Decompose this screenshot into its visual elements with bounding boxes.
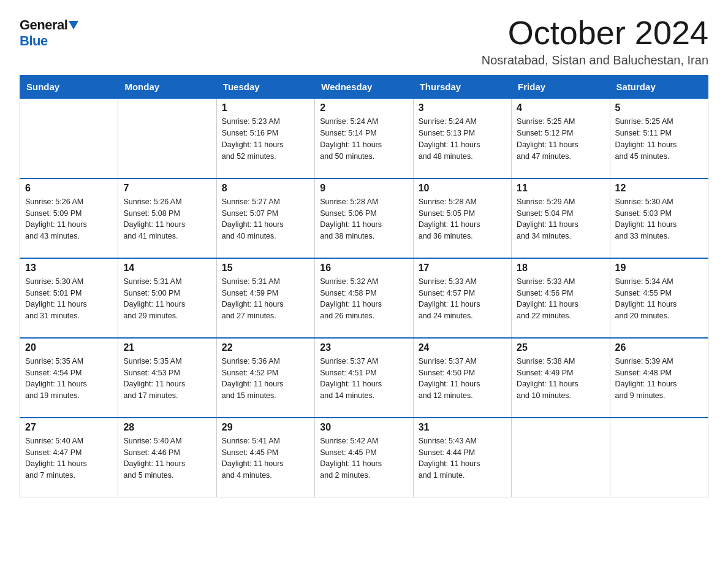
day-number: 14 (123, 262, 211, 274)
day-info: Sunrise: 5:32 AMSunset: 4:58 PMDaylight:… (320, 276, 408, 322)
day-number: 7 (123, 183, 211, 194)
day-number: 22 (222, 342, 309, 353)
calendar-week-row: 27Sunrise: 5:40 AMSunset: 4:47 PMDayligh… (20, 418, 708, 497)
calendar-cell: 12Sunrise: 5:30 AMSunset: 5:03 PMDayligh… (610, 178, 708, 258)
day-info: Sunrise: 5:26 AMSunset: 5:08 PMDaylight:… (123, 196, 211, 242)
logo-triangle-icon (69, 21, 78, 29)
calendar-cell: 2Sunrise: 5:24 AMSunset: 5:14 PMDaylight… (315, 99, 413, 178)
day-number: 27 (25, 422, 113, 433)
day-info: Sunrise: 5:30 AMSunset: 5:01 PMDaylight:… (25, 276, 113, 322)
calendar-cell: 25Sunrise: 5:38 AMSunset: 4:49 PMDayligh… (512, 338, 610, 418)
day-info: Sunrise: 5:24 AMSunset: 5:14 PMDaylight:… (320, 116, 408, 162)
calendar-cell: 6Sunrise: 5:26 AMSunset: 5:09 PMDaylight… (20, 178, 118, 258)
logo: General Blue (20, 15, 78, 49)
calendar-cell: 15Sunrise: 5:31 AMSunset: 4:59 PMDayligh… (216, 258, 314, 338)
day-number: 31 (419, 422, 506, 433)
day-info: Sunrise: 5:36 AMSunset: 4:52 PMDaylight:… (222, 356, 309, 402)
day-number: 19 (615, 262, 703, 274)
weekday-header-row: SundayMondayTuesdayWednesdayThursdayFrid… (20, 75, 708, 99)
calendar-cell: 17Sunrise: 5:33 AMSunset: 4:57 PMDayligh… (413, 258, 511, 338)
weekday-header-friday: Friday (512, 75, 610, 99)
logo-blue-text: Blue (20, 33, 48, 49)
day-number: 3 (419, 102, 506, 113)
location-title: Nosratabad, Sistan and Baluchestan, Iran (482, 53, 708, 67)
day-info: Sunrise: 5:26 AMSunset: 5:09 PMDaylight:… (25, 196, 113, 242)
day-number: 30 (320, 422, 408, 433)
day-number: 18 (517, 262, 604, 274)
day-number: 24 (419, 342, 506, 353)
day-number: 23 (320, 342, 408, 353)
day-info: Sunrise: 5:41 AMSunset: 4:45 PMDaylight:… (222, 435, 309, 481)
calendar-cell (610, 418, 708, 497)
day-number: 29 (222, 422, 309, 433)
day-info: Sunrise: 5:23 AMSunset: 5:16 PMDaylight:… (222, 116, 309, 162)
calendar-cell: 29Sunrise: 5:41 AMSunset: 4:45 PMDayligh… (216, 418, 314, 497)
calendar-week-row: 20Sunrise: 5:35 AMSunset: 4:54 PMDayligh… (20, 338, 708, 418)
day-number: 11 (517, 183, 604, 194)
day-info: Sunrise: 5:35 AMSunset: 4:54 PMDaylight:… (25, 356, 113, 402)
calendar-cell: 16Sunrise: 5:32 AMSunset: 4:58 PMDayligh… (315, 258, 413, 338)
day-number: 1 (222, 102, 309, 113)
day-info: Sunrise: 5:38 AMSunset: 4:49 PMDaylight:… (517, 356, 604, 402)
day-info: Sunrise: 5:28 AMSunset: 5:05 PMDaylight:… (419, 196, 506, 242)
day-info: Sunrise: 5:35 AMSunset: 4:53 PMDaylight:… (123, 356, 211, 402)
calendar-cell: 1Sunrise: 5:23 AMSunset: 5:16 PMDaylight… (216, 99, 314, 178)
day-number: 5 (615, 102, 703, 113)
day-number: 26 (615, 342, 703, 353)
weekday-header-sunday: Sunday (20, 75, 118, 99)
calendar-cell: 22Sunrise: 5:36 AMSunset: 4:52 PMDayligh… (216, 338, 314, 418)
weekday-header-wednesday: Wednesday (315, 75, 413, 99)
day-info: Sunrise: 5:25 AMSunset: 5:11 PMDaylight:… (615, 116, 703, 162)
weekday-header-tuesday: Tuesday (216, 75, 314, 99)
day-info: Sunrise: 5:33 AMSunset: 4:56 PMDaylight:… (517, 276, 604, 322)
calendar-week-row: 1Sunrise: 5:23 AMSunset: 5:16 PMDaylight… (20, 99, 708, 178)
day-info: Sunrise: 5:31 AMSunset: 5:00 PMDaylight:… (123, 276, 211, 322)
day-number: 28 (123, 422, 211, 433)
day-number: 17 (419, 262, 506, 274)
calendar-cell: 19Sunrise: 5:34 AMSunset: 4:55 PMDayligh… (610, 258, 708, 338)
day-info: Sunrise: 5:27 AMSunset: 5:07 PMDaylight:… (222, 196, 309, 242)
calendar-cell: 8Sunrise: 5:27 AMSunset: 5:07 PMDaylight… (216, 178, 314, 258)
day-number: 6 (25, 183, 113, 194)
day-info: Sunrise: 5:34 AMSunset: 4:55 PMDaylight:… (615, 276, 703, 322)
calendar-cell (118, 99, 216, 178)
day-info: Sunrise: 5:39 AMSunset: 4:48 PMDaylight:… (615, 356, 703, 402)
calendar-table: SundayMondayTuesdayWednesdayThursdayFrid… (20, 75, 708, 497)
calendar-cell: 26Sunrise: 5:39 AMSunset: 4:48 PMDayligh… (610, 338, 708, 418)
page-header: General Blue October 2024 Nosratabad, Si… (20, 15, 708, 67)
calendar-cell (512, 418, 610, 497)
calendar-cell: 18Sunrise: 5:33 AMSunset: 4:56 PMDayligh… (512, 258, 610, 338)
calendar-cell: 7Sunrise: 5:26 AMSunset: 5:08 PMDaylight… (118, 178, 216, 258)
calendar-cell: 11Sunrise: 5:29 AMSunset: 5:04 PMDayligh… (512, 178, 610, 258)
weekday-header-monday: Monday (118, 75, 216, 99)
calendar-cell: 30Sunrise: 5:42 AMSunset: 4:45 PMDayligh… (315, 418, 413, 497)
calendar-cell: 4Sunrise: 5:25 AMSunset: 5:12 PMDaylight… (512, 99, 610, 178)
day-info: Sunrise: 5:25 AMSunset: 5:12 PMDaylight:… (517, 116, 604, 162)
day-number: 25 (517, 342, 604, 353)
day-number: 12 (615, 183, 703, 194)
calendar-cell: 24Sunrise: 5:37 AMSunset: 4:50 PMDayligh… (413, 338, 511, 418)
weekday-header-saturday: Saturday (610, 75, 708, 99)
day-number: 8 (222, 183, 309, 194)
day-info: Sunrise: 5:31 AMSunset: 4:59 PMDaylight:… (222, 276, 309, 322)
calendar-cell: 13Sunrise: 5:30 AMSunset: 5:01 PMDayligh… (20, 258, 118, 338)
calendar-cell: 14Sunrise: 5:31 AMSunset: 5:00 PMDayligh… (118, 258, 216, 338)
calendar-cell: 3Sunrise: 5:24 AMSunset: 5:13 PMDaylight… (413, 99, 511, 178)
day-info: Sunrise: 5:33 AMSunset: 4:57 PMDaylight:… (419, 276, 506, 322)
day-info: Sunrise: 5:42 AMSunset: 4:45 PMDaylight:… (320, 435, 408, 481)
day-number: 15 (222, 262, 309, 274)
calendar-cell: 20Sunrise: 5:35 AMSunset: 4:54 PMDayligh… (20, 338, 118, 418)
calendar-week-row: 13Sunrise: 5:30 AMSunset: 5:01 PMDayligh… (20, 258, 708, 338)
day-number: 9 (320, 183, 408, 194)
day-info: Sunrise: 5:43 AMSunset: 4:44 PMDaylight:… (419, 435, 506, 481)
calendar-cell: 23Sunrise: 5:37 AMSunset: 4:51 PMDayligh… (315, 338, 413, 418)
day-number: 16 (320, 262, 408, 274)
calendar-cell: 31Sunrise: 5:43 AMSunset: 4:44 PMDayligh… (413, 418, 511, 497)
day-number: 4 (517, 102, 604, 113)
day-number: 10 (419, 183, 506, 194)
day-info: Sunrise: 5:40 AMSunset: 4:47 PMDaylight:… (25, 435, 113, 481)
day-info: Sunrise: 5:28 AMSunset: 5:06 PMDaylight:… (320, 196, 408, 242)
calendar-cell: 27Sunrise: 5:40 AMSunset: 4:47 PMDayligh… (20, 418, 118, 497)
day-info: Sunrise: 5:40 AMSunset: 4:46 PMDaylight:… (123, 435, 211, 481)
calendar-cell: 5Sunrise: 5:25 AMSunset: 5:11 PMDaylight… (610, 99, 708, 178)
